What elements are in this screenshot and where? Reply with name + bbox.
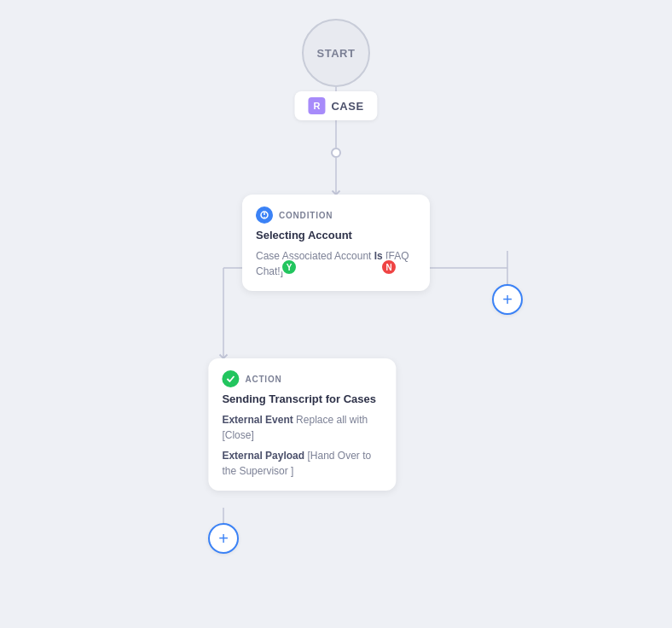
action-field2-label: External Payload (222, 450, 304, 462)
action-type-label: ACTION (245, 375, 281, 384)
add-button-right[interactable]: + (492, 284, 523, 315)
condition-title: Selecting Account (256, 229, 416, 241)
action-title: Sending Transcript for Cases (222, 392, 382, 405)
add-button-bottom[interactable]: + (208, 523, 239, 554)
condition-field: Case Associated Account (256, 250, 371, 262)
action-header: ACTION (222, 370, 382, 387)
action-field1-label: External Event (222, 414, 293, 426)
yes-badge: Y (281, 259, 298, 276)
start-node: START (302, 19, 370, 87)
case-icon: R (308, 97, 325, 114)
action-body: External Event Replace all with [Close] … (222, 412, 382, 479)
action-field2: External Payload [Hand Over to the Super… (222, 448, 382, 479)
condition-header: CONDITION (256, 206, 416, 224)
flow-canvas: START R CASE CONDITION Selecting Account… (0, 0, 672, 628)
connector-dot (331, 148, 341, 158)
action-field1: External Event Replace all with [Close] (222, 412, 382, 443)
start-label: START (317, 47, 356, 60)
case-label: CASE (331, 100, 363, 113)
condition-operator: Is (374, 250, 383, 262)
condition-card[interactable]: CONDITION Selecting Account Case Associa… (242, 195, 430, 291)
no-badge: N (380, 259, 397, 276)
condition-icon (256, 206, 273, 224)
case-node[interactable]: R CASE (294, 91, 377, 120)
condition-type-label: CONDITION (279, 211, 333, 220)
action-card[interactable]: ACTION Sending Transcript for Cases Exte… (208, 358, 396, 491)
svg-point-10 (264, 217, 264, 218)
action-icon (222, 370, 239, 387)
